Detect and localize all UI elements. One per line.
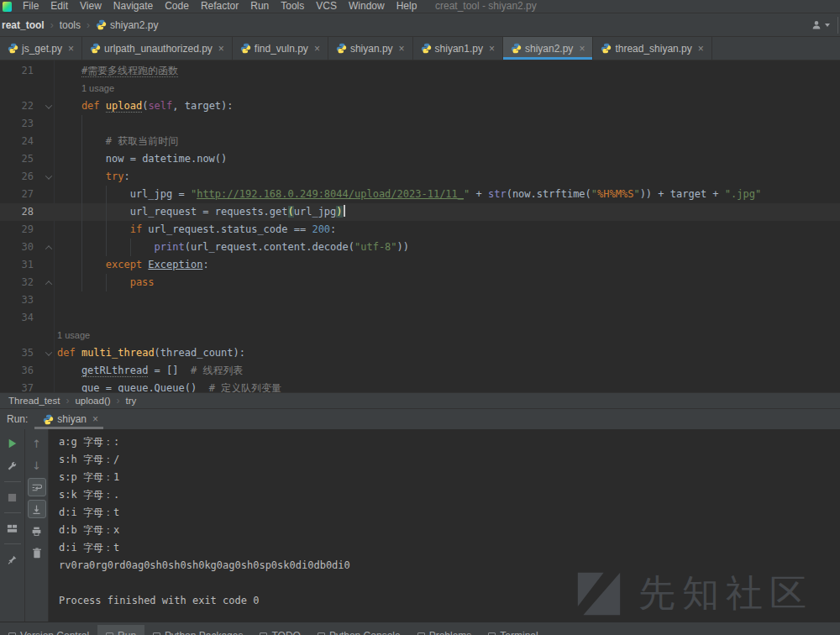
usage-inlay-hint[interactable]: 1 usage — [57, 330, 90, 340]
close-icon[interactable]: × — [314, 45, 320, 53]
breadcrumb-file[interactable]: shiyan2.py — [110, 19, 158, 31]
python-file-icon — [43, 414, 54, 425]
fold-marker-icon[interactable] — [44, 97, 54, 115]
menu-run[interactable]: Run — [244, 0, 275, 12]
line-number[interactable]: 25 — [0, 150, 34, 168]
clear-console-trash-icon[interactable] — [28, 543, 46, 562]
run-tab-shiyan[interactable]: shiyan × — [39, 409, 102, 429]
indent-guide — [57, 115, 81, 133]
tab-shiyan2-py[interactable]: shiyan2.py× — [503, 37, 593, 60]
line-number[interactable]: 32 — [0, 274, 34, 291]
line-number[interactable]: 28 — [0, 203, 34, 221]
tab-urlpath-unauthorized-py[interactable]: urlpath_unauthorized.py× — [82, 37, 233, 60]
menu-tools[interactable]: Tools — [275, 0, 310, 12]
tab-thread-shiyan-py[interactable]: thread_shiyan.py× — [593, 37, 711, 60]
indent-guide — [81, 133, 106, 150]
fold-marker-icon[interactable] — [44, 274, 54, 291]
python-file-icon — [240, 43, 251, 54]
toolwindow-button-version-control[interactable]: Version Control — [0, 628, 97, 635]
token: Exception — [148, 259, 202, 270]
breadcrumb-class[interactable]: Thread_test — [8, 396, 60, 406]
down-stack-trace-button[interactable]: ↓ — [28, 456, 46, 475]
line-number[interactable]: 26 — [0, 168, 34, 186]
line-number[interactable]: 36 — [0, 362, 34, 380]
toolwindow-button-python-packages[interactable]: Python Packages — [144, 628, 251, 635]
toolwindow-button-terminal[interactable]: Terminal — [480, 628, 546, 635]
line-number[interactable]: 33 — [0, 291, 34, 309]
usage-inlay-hint[interactable]: 1 usage — [81, 83, 114, 93]
close-icon[interactable]: × — [218, 45, 224, 53]
toolwindow-button-todo[interactable]: TODO — [251, 628, 308, 635]
menu-vcs[interactable]: VCS — [310, 0, 343, 12]
rerun-button[interactable] — [3, 434, 22, 453]
toolwindow-button-python-console[interactable]: Python Console — [309, 628, 409, 635]
line-number[interactable]: 24 — [0, 133, 34, 150]
line-number[interactable]: 29 — [0, 221, 34, 239]
up-stack-trace-button[interactable]: ↑ — [28, 434, 46, 453]
tab-shiyan-py[interactable]: shiyan.py× — [328, 37, 413, 60]
menu-edit[interactable]: Edit — [45, 0, 74, 12]
close-icon[interactable]: × — [579, 45, 585, 53]
toolwindow-icon — [417, 632, 425, 635]
breadcrumb-bar: reat_tool › tools › shiyan2.py — [0, 13, 840, 37]
breadcrumb-method[interactable]: upload() — [75, 396, 110, 406]
code-text: def multi_thread(thread_count): — [57, 344, 840, 362]
console-line: s:h 字母：/ — [59, 451, 840, 469]
breadcrumb-folder[interactable]: tools — [60, 19, 81, 31]
toolwindow-button-problems[interactable]: Problems — [409, 628, 480, 635]
tab-shiyan1-py[interactable]: shiyan1.py× — [413, 37, 503, 60]
token: ) — [336, 206, 342, 218]
menu-navigate[interactable]: Navigate — [108, 0, 159, 12]
line-number[interactable]: 34 — [0, 309, 34, 327]
menu-help[interactable]: Help — [391, 0, 423, 12]
indent-guide — [57, 362, 81, 380]
line-number[interactable]: 30 — [0, 239, 34, 256]
line-number[interactable]: 27 — [0, 186, 34, 203]
indent-guide — [57, 97, 81, 115]
code-line-35: 35def multi_thread(thread_count): — [0, 344, 840, 362]
line-number[interactable]: 23 — [0, 115, 34, 133]
line-number[interactable]: 37 — [0, 380, 34, 392]
line-number[interactable]: 22 — [0, 97, 34, 115]
breadcrumb-block[interactable]: try — [126, 396, 137, 406]
run-console-output[interactable]: a:g 字母：:s:h 字母：/s:p 字母：1s:k 字母：.d:i 字母：t… — [49, 429, 840, 622]
menu-view[interactable]: View — [74, 0, 108, 12]
breadcrumb-project[interactable]: reat_tool — [2, 19, 45, 31]
toolwindow-button-run[interactable]: Run — [97, 625, 144, 635]
line-number[interactable]: 35 — [0, 344, 34, 362]
divider — [837, 17, 838, 34]
code-text: #需要多线程跑的函数 — [57, 62, 840, 80]
soft-wrap-toggle[interactable] — [28, 478, 46, 496]
fold-marker-icon[interactable] — [44, 344, 54, 362]
fold-marker-icon[interactable] — [44, 168, 54, 186]
menu-window[interactable]: Window — [343, 0, 391, 12]
close-icon[interactable]: × — [68, 45, 74, 53]
code-line-36: 36getRLthread = [] # 线程列表 — [0, 362, 840, 380]
close-icon[interactable]: × — [399, 45, 405, 53]
print-button[interactable] — [28, 522, 46, 540]
scroll-to-end-toggle[interactable] — [28, 500, 46, 518]
close-icon[interactable]: × — [698, 45, 704, 53]
line-number[interactable]: 31 — [0, 256, 34, 274]
menu-file[interactable]: File — [17, 0, 45, 12]
code-line-28: 28url_request = requests.get(url_jpg) — [0, 203, 840, 221]
indent-guide — [57, 168, 81, 186]
restore-layout-button[interactable] — [3, 519, 22, 538]
line-number[interactable]: 21 — [0, 62, 34, 80]
user-dropdown[interactable] — [811, 19, 830, 31]
tab-js-get-py[interactable]: js_get.py× — [0, 37, 82, 60]
token: # 获取当前时间 — [106, 135, 178, 147]
fold-marker-icon[interactable] — [44, 239, 54, 256]
code-editor[interactable]: 21#需要多线程跑的函数1 usage22def upload(self, ta… — [0, 60, 840, 392]
pin-button[interactable] — [3, 550, 22, 569]
token: url_jpg — [294, 206, 337, 218]
menu-code[interactable]: Code — [159, 0, 195, 12]
settings-wrench-icon[interactable] — [3, 457, 22, 475]
stop-button[interactable] — [3, 488, 22, 506]
code-line-23: 23 — [0, 115, 840, 133]
menu-refactor[interactable]: Refactor — [195, 0, 244, 12]
close-icon[interactable]: × — [92, 413, 98, 425]
close-icon[interactable]: × — [489, 45, 495, 53]
tab-find-vuln-py[interactable]: find_vuln.py× — [233, 37, 328, 60]
token: + — [470, 188, 488, 200]
